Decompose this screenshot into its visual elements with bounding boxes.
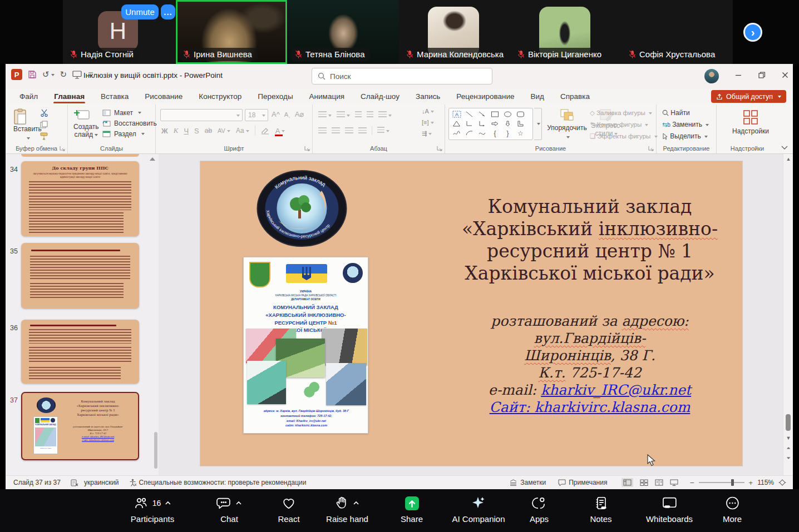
underline-button[interactable]: Ч [184, 127, 189, 135]
tab-slideshow[interactable]: Слайд-шоу [360, 90, 400, 103]
tab-view[interactable]: Вид [530, 90, 545, 103]
zoom-slider[interactable] [699, 482, 744, 483]
shape-right-brace[interactable]: } [501, 128, 514, 138]
slideshow-icon[interactable] [72, 71, 82, 79]
site-link[interactable]: Сайт: kharkivirc.klasna.com [490, 399, 691, 415]
restore-button[interactable] [750, 64, 773, 86]
shapes-gallery-more-button[interactable] [534, 108, 542, 140]
thumbnails-scroll-up-icon[interactable] [149, 156, 156, 161]
thumbnails-scrollbar[interactable] [154, 432, 157, 469]
share-screen-button[interactable]: Share [401, 495, 423, 524]
cut-icon[interactable] [40, 109, 48, 117]
video-tile[interactable]: Марина Колендовська [399, 0, 510, 64]
thumbnail-slide-34[interactable]: До складу групи ППС залучаються науково-… [21, 161, 139, 236]
select-button[interactable]: Выделить [662, 132, 709, 140]
shape-oval[interactable] [501, 110, 514, 119]
video-tile[interactable]: Тетяна Блінова [288, 0, 399, 64]
participants-button[interactable]: 16 Participants [131, 495, 174, 524]
video-tile[interactable]: Ірина Вишнева [176, 0, 287, 64]
tab-review[interactable]: Рецензирование [456, 90, 515, 103]
slideshow-view-button[interactable] [670, 479, 678, 486]
language-indicator[interactable]: украинский [84, 479, 119, 486]
shape-effects-button[interactable]: ❏ Эффекты фигуры [590, 132, 658, 140]
increase-indent-button[interactable] [367, 110, 373, 120]
accessibility-status[interactable]: Специальные возможности: проверьте реком… [129, 479, 307, 486]
shape-arc[interactable] [463, 128, 476, 138]
decrease-indent-button[interactable] [355, 110, 362, 120]
shrink-font-icon[interactable]: А˯ [284, 110, 290, 118]
bold-button[interactable]: Ж [161, 127, 168, 135]
arrange-button[interactable]: Упорядочить [546, 108, 588, 142]
thumbnail-slide-35[interactable] [21, 243, 139, 309]
layout-button[interactable]: Макет [102, 109, 157, 117]
addins-button[interactable]: Надстройки [732, 109, 769, 135]
align-left-button[interactable] [318, 127, 327, 134]
reading-view-button[interactable] [655, 479, 663, 486]
copy-icon[interactable] [40, 121, 48, 128]
raise-hand-button[interactable]: Raise hand [326, 495, 368, 524]
character-spacing-button[interactable]: AV [218, 127, 230, 134]
shape-elbow[interactable] [463, 119, 476, 128]
tab-help[interactable]: Справка [560, 90, 590, 103]
bullets-button[interactable] [318, 110, 332, 120]
shape-corner[interactable] [514, 119, 527, 128]
undo-icon[interactable]: ↺ [42, 69, 55, 79]
shape-textbox[interactable]: A [450, 110, 463, 119]
shape-elbow-arrow[interactable] [476, 119, 489, 128]
slide-counter[interactable]: Слайд 37 из 37 [13, 479, 61, 486]
react-button[interactable]: React [278, 495, 299, 524]
spellcheck-icon[interactable] [71, 479, 78, 486]
shape-rounded-rectangle[interactable] [514, 110, 527, 119]
slide-sorter-view-button[interactable] [640, 479, 648, 486]
tab-record[interactable]: Запись [415, 90, 441, 103]
video-tile[interactable]: Вікторія Циганенко [510, 0, 622, 64]
fit-slide-icon[interactable] [778, 479, 786, 486]
font-color-button[interactable]: А [275, 127, 285, 135]
shape-left-brace[interactable]: { [489, 128, 501, 138]
shape-line[interactable] [463, 110, 476, 119]
raise-hand-chevron-icon[interactable] [353, 501, 359, 505]
paragraph-dialog-launcher[interactable] [437, 146, 442, 151]
tab-transitions[interactable]: Переходы [257, 90, 293, 103]
shape-outline-button[interactable]: ✎ Контур фигуры [590, 121, 658, 128]
participants-chevron-icon[interactable] [165, 501, 171, 505]
account-avatar[interactable] [704, 69, 719, 83]
clipboard-dialog-launcher[interactable] [60, 146, 65, 151]
find-button[interactable]: Найти [662, 109, 709, 117]
italic-button[interactable]: К [174, 126, 179, 135]
shape-down-arrow[interactable] [501, 119, 514, 128]
shape-right-arrow[interactable] [489, 119, 501, 128]
thumbnail-slide-33-partial[interactable] [21, 154, 139, 157]
convert-smartart-button[interactable]: ⇶ [422, 130, 434, 137]
shape-curve[interactable] [476, 128, 489, 138]
font-name-combobox[interactable] [160, 109, 243, 121]
new-slide-button[interactable]: Создать слайд [73, 108, 99, 138]
slide-title[interactable]: Комунальний заклад «Харківський інклюзив… [440, 196, 740, 285]
more-button[interactable]: More [723, 495, 742, 524]
align-right-button[interactable] [345, 127, 353, 134]
vertical-scrollbar[interactable]: ▲ ▼ ⏶ ⏷ [783, 154, 793, 475]
save-icon[interactable] [28, 70, 37, 79]
grow-font-icon[interactable]: А^ [272, 110, 280, 118]
tab-file[interactable]: Файл [19, 90, 38, 103]
numbering-button[interactable] [337, 110, 350, 120]
tab-animations[interactable]: Анимация [309, 90, 345, 103]
text-direction-button[interactable]: ↓A [422, 108, 434, 115]
drawing-dialog-launcher[interactable] [648, 146, 654, 151]
next-slide-button[interactable]: ⏷ [785, 455, 792, 461]
close-button[interactable] [773, 64, 797, 86]
chat-chevron-icon[interactable] [235, 501, 242, 505]
paste-button[interactable]: Вставить [13, 108, 42, 143]
next-participants-button[interactable]: › [743, 23, 762, 42]
clear-formatting-icon[interactable]: А⌀ [295, 110, 304, 118]
notes-toggle[interactable]: Заметки [509, 479, 546, 486]
columns-button[interactable] [377, 126, 389, 136]
chat-button[interactable]: Chat [216, 495, 242, 524]
apps-button[interactable]: Apps [530, 495, 549, 524]
redo-icon[interactable]: ↻ [60, 69, 67, 79]
notes-button[interactable]: Notes [590, 495, 611, 524]
format-painter-icon[interactable] [40, 132, 48, 140]
change-case-button[interactable]: Aa [236, 127, 249, 135]
ai-companion-button[interactable]: AI Companion [452, 495, 505, 524]
text-shadow-button[interactable]: S [194, 127, 199, 135]
